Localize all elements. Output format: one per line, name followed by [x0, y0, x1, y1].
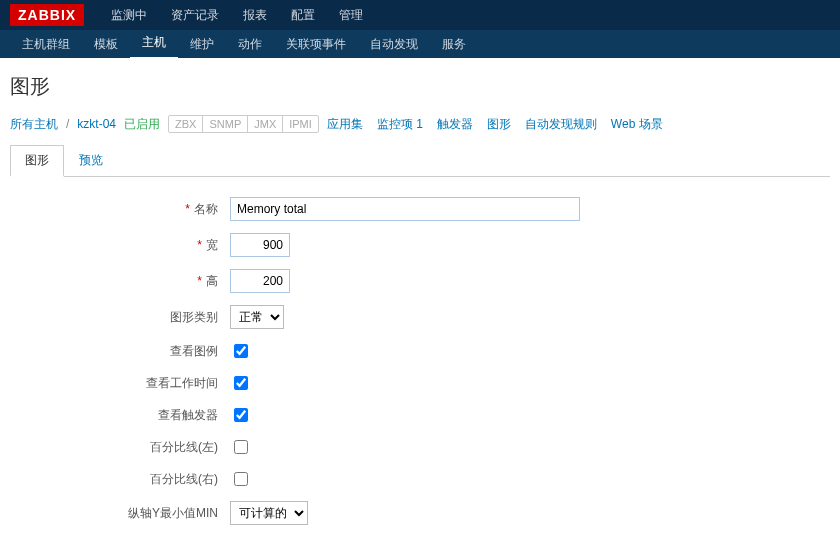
- subnav-actions[interactable]: 动作: [226, 30, 274, 59]
- label-height: 高: [206, 274, 218, 288]
- label-worktime: 查看工作时间: [146, 376, 218, 390]
- topnav-inventory[interactable]: 资产记录: [159, 0, 231, 32]
- bc-applications[interactable]: 应用集: [327, 116, 363, 133]
- topnav-reports[interactable]: 报表: [231, 0, 279, 32]
- bc-web[interactable]: Web 场景: [611, 116, 663, 133]
- select-type[interactable]: 正常: [230, 305, 284, 329]
- breadcrumb-all-hosts[interactable]: 所有主机: [10, 116, 58, 133]
- label-triggers: 查看触发器: [158, 408, 218, 422]
- subnav-correlation[interactable]: 关联项事件: [274, 30, 358, 59]
- label-legend: 查看图例: [170, 344, 218, 358]
- tab-preview[interactable]: 预览: [64, 145, 118, 176]
- subnav-hostgroups[interactable]: 主机群组: [10, 30, 82, 59]
- breadcrumb: 所有主机 / kzkt-04 已启用 ZBX SNMP JMX IPMI 应用集…: [10, 115, 830, 133]
- label-width: 宽: [206, 238, 218, 252]
- topnav-administration[interactable]: 管理: [327, 0, 375, 32]
- select-ymin[interactable]: 可计算的: [230, 501, 308, 525]
- subnav-hosts[interactable]: 主机: [130, 28, 178, 60]
- checkbox-worktime[interactable]: [234, 376, 248, 390]
- logo[interactable]: ZABBIX: [10, 4, 84, 26]
- label-ymin: 纵轴Y最小值MIN: [128, 506, 218, 520]
- input-height[interactable]: [230, 269, 290, 293]
- tag-ipmi: IPMI: [283, 116, 318, 132]
- label-percent-left: 百分比线(左): [150, 440, 218, 454]
- input-width[interactable]: [230, 233, 290, 257]
- tag-jmx: JMX: [248, 116, 283, 132]
- checkbox-percent-right[interactable]: [234, 472, 248, 486]
- bc-graphs[interactable]: 图形: [487, 116, 511, 133]
- bc-items[interactable]: 监控项 1: [377, 116, 423, 133]
- sub-nav: 主机群组 模板 主机 维护 动作 关联项事件 自动发现 服务: [0, 30, 840, 58]
- subnav-discovery[interactable]: 自动发现: [358, 30, 430, 59]
- checkbox-percent-left[interactable]: [234, 440, 248, 454]
- tab-graph[interactable]: 图形: [10, 145, 64, 177]
- bc-discovery[interactable]: 自动发现规则: [525, 116, 597, 133]
- checkbox-triggers[interactable]: [234, 408, 248, 422]
- interface-tags: ZBX SNMP JMX IPMI: [168, 115, 319, 133]
- tabs: 图形 预览: [10, 145, 830, 177]
- breadcrumb-sep: /: [66, 117, 69, 131]
- input-name[interactable]: [230, 197, 580, 221]
- subnav-templates[interactable]: 模板: [82, 30, 130, 59]
- top-nav: 监测中 资产记录 报表 配置 管理: [99, 0, 375, 32]
- status-badge: 已启用: [124, 116, 160, 133]
- label-type: 图形类别: [170, 310, 218, 324]
- tag-zbx: ZBX: [169, 116, 203, 132]
- subnav-maintenance[interactable]: 维护: [178, 30, 226, 59]
- bc-triggers[interactable]: 触发器: [437, 116, 473, 133]
- label-name: 名称: [194, 202, 218, 216]
- checkbox-legend[interactable]: [234, 344, 248, 358]
- subnav-services[interactable]: 服务: [430, 30, 478, 59]
- topnav-configuration[interactable]: 配置: [279, 0, 327, 32]
- breadcrumb-host[interactable]: kzkt-04: [77, 117, 116, 131]
- label-percent-right: 百分比线(右): [150, 472, 218, 486]
- tag-snmp: SNMP: [203, 116, 248, 132]
- topnav-monitoring[interactable]: 监测中: [99, 0, 159, 32]
- page-title: 图形: [10, 73, 830, 100]
